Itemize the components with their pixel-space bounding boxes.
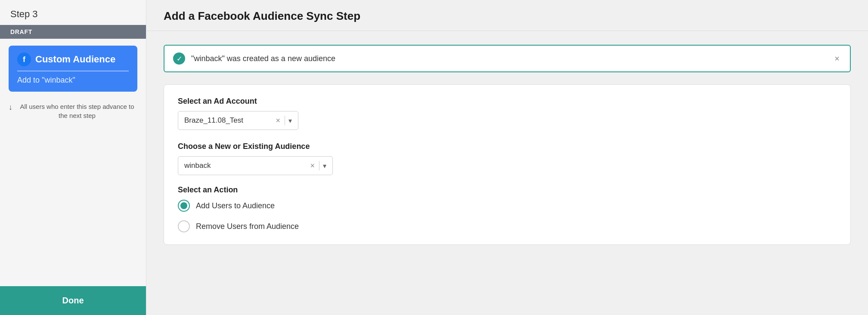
main-header: Add a Facebook Audience Sync Step bbox=[146, 0, 868, 31]
radio-remove-option[interactable]: Remove Users from Audience bbox=[178, 220, 837, 232]
step-label: Step 3 bbox=[0, 0, 146, 25]
audience-dropdown-button[interactable]: ▾ bbox=[323, 162, 326, 170]
main-content: Add a Facebook Audience Sync Step ✓ "win… bbox=[146, 0, 868, 315]
sidebar-card[interactable]: f Custom Audience Add to "winback" bbox=[9, 46, 137, 92]
facebook-icon: f bbox=[17, 52, 31, 66]
sidebar-card-title: Custom Audience bbox=[35, 54, 115, 65]
radio-add-outer bbox=[178, 200, 190, 212]
success-alert: ✓ "winback" was created as a new audienc… bbox=[164, 45, 851, 72]
ad-account-label: Select an Ad Account bbox=[178, 97, 837, 106]
draft-badge: DRAFT bbox=[0, 25, 146, 39]
ad-account-dropdown-button[interactable]: ▾ bbox=[288, 117, 292, 125]
radio-remove-outer bbox=[178, 220, 190, 232]
main-body: ✓ "winback" was created as a new audienc… bbox=[146, 31, 868, 259]
sidebar: Step 3 DRAFT f Custom Audience Add to "w… bbox=[0, 0, 146, 315]
ad-account-select[interactable]: Braze_11.08_Test × ▾ bbox=[178, 111, 298, 130]
page-title: Add a Facebook Audience Sync Step bbox=[164, 9, 851, 23]
audience-label: Choose a New or Existing Audience bbox=[178, 142, 837, 151]
alert-message: "winback" was created as a new audience bbox=[191, 54, 335, 63]
alert-close-button[interactable]: × bbox=[833, 54, 841, 64]
radio-add-label: Add Users to Audience bbox=[196, 201, 275, 210]
radio-remove-label: Remove Users from Audience bbox=[196, 222, 299, 231]
ad-account-clear-button[interactable]: × bbox=[275, 116, 281, 125]
alert-content: ✓ "winback" was created as a new audienc… bbox=[173, 52, 335, 65]
audience-select-divider bbox=[319, 161, 319, 170]
advance-notice: ↓ All users who enter this step advance … bbox=[0, 102, 146, 120]
done-button[interactable]: Done bbox=[0, 286, 146, 315]
advance-text: All users who enter this step advance to… bbox=[17, 102, 137, 120]
action-label: Select an Action bbox=[178, 185, 837, 195]
radio-add-option[interactable]: Add Users to Audience bbox=[178, 200, 837, 212]
radio-group: Add Users to Audience Remove Users from … bbox=[178, 200, 837, 232]
arrow-down-icon: ↓ bbox=[9, 103, 12, 112]
form-section: Select an Ad Account Braze_11.08_Test × … bbox=[164, 84, 851, 245]
check-icon: ✓ bbox=[173, 52, 185, 65]
radio-add-inner bbox=[180, 202, 187, 209]
action-section: Select an Action Add Users to Audience R… bbox=[178, 185, 837, 232]
audience-select[interactable]: winback × ▾ bbox=[178, 156, 333, 175]
ad-account-value: Braze_11.08_Test bbox=[184, 116, 271, 125]
select-divider bbox=[285, 116, 285, 125]
audience-section: Choose a New or Existing Audience winbac… bbox=[178, 142, 837, 175]
audience-value: winback bbox=[184, 161, 306, 170]
sidebar-card-header: f Custom Audience bbox=[17, 52, 129, 66]
audience-clear-button[interactable]: × bbox=[309, 161, 316, 170]
sidebar-card-subtitle: Add to "winback" bbox=[17, 76, 129, 85]
